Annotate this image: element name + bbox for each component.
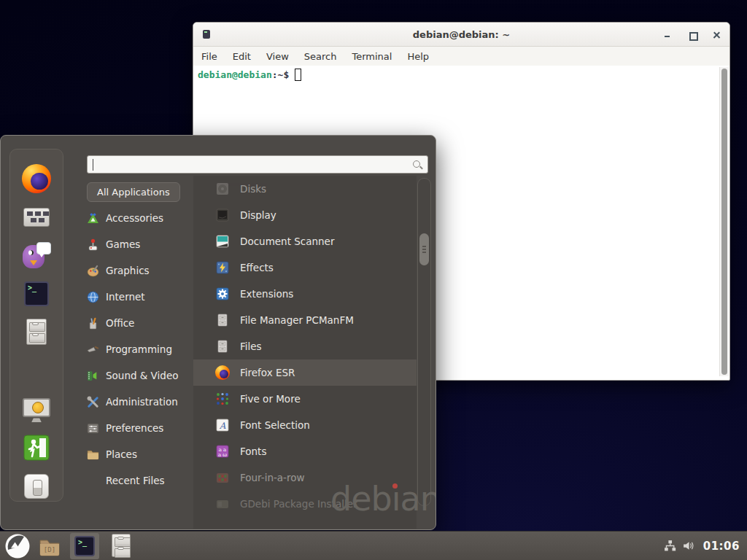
category-places[interactable]: Places	[87, 441, 193, 467]
terminal-prompt: debian@debian:~$	[198, 69, 725, 81]
firefox-icon	[215, 365, 230, 380]
office-icon	[87, 317, 99, 330]
search-caret	[93, 159, 93, 171]
search-icon	[412, 160, 422, 170]
desktop: debian@debian: ~ File Edit View Search T…	[0, 0, 747, 560]
application-list: Disks Display Document Scanner Effects E…	[193, 176, 417, 529]
app-five-or-more[interactable]: Five or More	[193, 386, 417, 412]
games-icon	[87, 238, 99, 251]
graphics-icon	[87, 265, 99, 277]
application-menu: All Applications Accessories Games Graph…	[0, 135, 436, 530]
start-menu-icon[interactable]	[4, 533, 31, 559]
programming-icon	[87, 343, 99, 356]
terminal-menubar: File Edit View Search Terminal Help	[193, 47, 729, 66]
document-scanner-icon	[215, 234, 230, 249]
firefox-icon[interactable]	[22, 164, 51, 193]
menu-search-input[interactable]	[93, 157, 409, 172]
app-display[interactable]: Display	[193, 202, 417, 228]
prompt-user-host: debian@debian	[198, 69, 272, 80]
terminal-menu-view[interactable]: View	[266, 51, 289, 62]
svg-text:a ω: a ω	[218, 452, 227, 458]
terminal-title: debian@debian: ~	[193, 29, 729, 40]
svg-text:[D]: [D]	[44, 546, 55, 553]
taskbar-clock[interactable]: 01:06	[703, 540, 740, 553]
application-list-scrollbar[interactable]	[417, 178, 431, 506]
sound-video-icon	[87, 370, 99, 382]
taskbar-file-manager-button[interactable]	[109, 534, 134, 559]
minimize-icon[interactable]	[662, 30, 673, 40]
gdebi-icon	[215, 497, 230, 511]
app-firefox-esr[interactable]: Firefox ESR	[193, 359, 417, 386]
terminal-icon[interactable]	[22, 279, 51, 308]
category-office[interactable]: Office	[87, 310, 193, 336]
preferences-icon	[87, 422, 99, 435]
debian-wallpaper-watermark: debıan	[330, 479, 436, 518]
disks-icon	[215, 182, 230, 196]
taskbar-terminal-button[interactable]	[70, 533, 99, 559]
file-manager-icon[interactable]	[22, 317, 51, 346]
terminal-icon	[74, 536, 95, 556]
software-manager-icon[interactable]	[22, 203, 51, 232]
terminal-window-icon	[203, 30, 210, 39]
folder-icon[interactable]: [D]	[38, 535, 61, 559]
category-recent-files[interactable]: Recent Files	[87, 467, 193, 494]
app-document-scanner[interactable]: Document Scanner	[193, 228, 417, 254]
taskbar: [D] 01:06	[0, 531, 747, 560]
fonts-icon: a aa ω	[215, 444, 230, 459]
category-list: All Applications Accessories Games Graph…	[87, 181, 193, 494]
terminal-scrollbar[interactable]	[719, 67, 729, 376]
network-icon[interactable]	[664, 540, 676, 552]
effects-icon	[215, 260, 230, 275]
terminal-menu-help[interactable]: Help	[407, 51, 429, 62]
display-icon	[215, 208, 230, 222]
terminal-titlebar[interactable]: debian@debian: ~	[193, 23, 729, 47]
internet-icon	[87, 291, 99, 303]
terminal-menu-terminal[interactable]: Terminal	[352, 51, 392, 62]
five-or-more-icon	[215, 392, 230, 406]
file-cabinet-icon	[215, 339, 230, 354]
terminal-menu-file[interactable]: File	[201, 51, 217, 62]
category-internet[interactable]: Internet	[87, 284, 193, 310]
administration-icon	[87, 396, 99, 408]
app-files[interactable]: Files	[193, 333, 417, 359]
four-in-a-row-icon	[215, 470, 230, 485]
terminal-cursor	[295, 69, 301, 81]
file-cabinet-icon	[215, 313, 230, 327]
svg-text:A: A	[219, 421, 226, 431]
category-all-applications[interactable]: All Applications	[87, 182, 180, 202]
category-preferences[interactable]: Preferences	[87, 415, 193, 441]
category-administration[interactable]: Administration	[87, 389, 193, 415]
extensions-icon	[215, 287, 230, 301]
volume-icon[interactable]	[682, 540, 694, 552]
app-fonts[interactable]: a aa ω Fonts	[193, 438, 417, 464]
category-accessories[interactable]: Accessories	[87, 205, 193, 231]
terminal-menu-search[interactable]: Search	[304, 51, 337, 62]
app-effects[interactable]: Effects	[193, 254, 417, 281]
application-list-scrollbar-thumb[interactable]	[419, 233, 429, 265]
app-file-manager-pcmanfm[interactable]: File Manager PCManFM	[193, 307, 417, 333]
shut-down-icon[interactable]	[22, 472, 51, 501]
font-selection-icon: A	[215, 418, 230, 432]
terminal-menu-edit[interactable]: Edit	[233, 51, 251, 62]
lock-screen-icon[interactable]	[22, 395, 51, 424]
menu-search-box	[87, 155, 428, 174]
pidgin-icon[interactable]	[22, 241, 51, 270]
app-extensions[interactable]: Extensions	[193, 281, 417, 307]
maximize-icon[interactable]	[687, 30, 697, 40]
category-games[interactable]: Games	[87, 231, 193, 257]
app-font-selection[interactable]: A Font Selection	[193, 412, 417, 438]
terminal-scrollbar-thumb[interactable]	[721, 69, 727, 375]
app-disks[interactable]: Disks	[193, 176, 417, 202]
prompt-suffix: :~$	[272, 69, 289, 80]
favorites-panel	[9, 149, 63, 502]
close-icon[interactable]	[712, 30, 722, 40]
category-sound-video[interactable]: Sound & Video	[87, 362, 193, 389]
accessories-icon	[87, 212, 99, 225]
log-out-icon[interactable]	[22, 433, 51, 462]
category-graphics[interactable]: Graphics	[87, 257, 193, 284]
places-icon	[87, 448, 99, 461]
category-programming[interactable]: Programming	[87, 336, 193, 362]
